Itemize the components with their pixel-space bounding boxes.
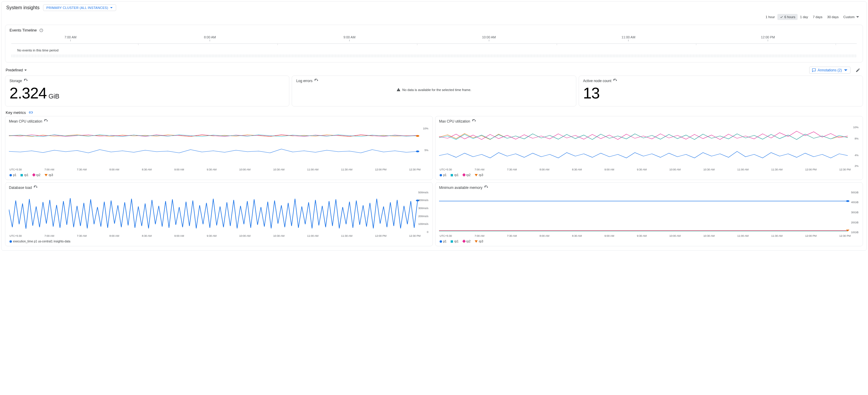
- key-metrics-title: Key metrics: [6, 110, 26, 115]
- active-nodes-card: Active node count 13: [579, 76, 863, 107]
- chart-plot[interactable]: 50GiB 40GiB 30GiB 20GiB 10GiB: [439, 192, 859, 233]
- active-nodes-label: Active node count: [583, 79, 611, 83]
- x-tick: 10:00 AM: [669, 234, 681, 237]
- legend-item[interactable]: p1: [9, 173, 16, 177]
- link-icon[interactable]: [28, 110, 33, 115]
- time-range-1day[interactable]: 1 day: [798, 14, 810, 20]
- legend-item[interactable]: rp2: [463, 173, 470, 177]
- chart-title: Minimum available memory: [439, 186, 483, 190]
- x-axis: UTC+5:30 7:00 AM7:30 AM8:00 AM8:30 AM9:0…: [9, 233, 429, 237]
- predefined-dropdown[interactable]: Predefined: [6, 68, 27, 72]
- y-tick: 0: [427, 230, 428, 233]
- x-tick: 9:30 AM: [637, 168, 647, 171]
- check-icon: [780, 15, 783, 19]
- legend-item[interactable]: rp2: [33, 173, 40, 177]
- y-tick: 50GiB: [851, 191, 859, 194]
- help-icon[interactable]: ?: [39, 28, 43, 32]
- storage-label: Storage: [9, 79, 22, 83]
- y-tick: 40GiB: [851, 201, 859, 204]
- y-tick: 30GiB: [851, 211, 859, 214]
- x-tick: 10:30 AM: [704, 234, 715, 237]
- x-tick: 7:30 AM: [507, 168, 517, 171]
- chart-legend: p1 rp1 rp2 rp3: [439, 237, 859, 244]
- time-range-6hours[interactable]: 6 hours: [777, 14, 798, 20]
- timeline-tick-label: 9:00 AM: [343, 35, 355, 39]
- x-tick: 11:30 AM: [771, 234, 782, 237]
- refresh-icon[interactable]: [472, 119, 476, 123]
- chart-plot[interactable]: 10% 8% 4% 2%: [439, 125, 859, 167]
- legend-item[interactable]: rp3: [475, 240, 483, 243]
- log-errors-label: Log errors: [296, 79, 312, 83]
- legend-item[interactable]: rp1: [21, 173, 28, 177]
- y-tick: 2%: [855, 165, 859, 167]
- time-range-30days[interactable]: 30 days: [825, 14, 841, 20]
- x-tick: 8:00 AM: [109, 168, 119, 171]
- time-range-7days[interactable]: 7 days: [810, 14, 825, 20]
- edit-button[interactable]: [854, 68, 862, 73]
- min-memory-chart: Minimum available memory 50GiB 40GiB 30G…: [435, 182, 863, 246]
- legend-item[interactable]: execution_time p1 us-central1 insights-d…: [9, 240, 70, 243]
- y-tick: 100ms/s: [418, 223, 428, 225]
- tz-label: UTC+5:30: [440, 234, 452, 237]
- cluster-selector[interactable]: PRIMARY CLUSTER (ALL INSTANCES): [43, 4, 116, 11]
- events-timeline-card: Events Timeline ? 7:00 AM 8:00 AM 9:00 A…: [5, 25, 863, 62]
- chart-legend: execution_time p1 us-central1 insights-d…: [9, 237, 429, 244]
- x-tick: 12:00 PM: [375, 234, 387, 237]
- annotation-icon: [812, 68, 816, 72]
- annotations-button[interactable]: Annotations (2): [809, 67, 850, 74]
- timeline-track: [11, 54, 857, 57]
- x-axis: UTC+5:30 7:00 AM7:30 AM8:00 AM8:30 AM9:0…: [439, 233, 859, 237]
- x-tick: 8:30 AM: [572, 168, 582, 171]
- refresh-icon[interactable]: [34, 186, 38, 190]
- refresh-icon[interactable]: [44, 119, 48, 123]
- x-tick: 7:30 AM: [77, 168, 87, 171]
- refresh-icon[interactable]: [613, 79, 617, 83]
- mean-cpu-chart: Mean CPU utilization 10% 5% UTC+5:30 7:0…: [5, 116, 433, 180]
- tz-label: UTC+5:30: [9, 234, 22, 237]
- tz-label: UTC+5:30: [9, 168, 22, 171]
- log-errors-card: Log errors No data is available for the …: [292, 76, 576, 107]
- chart-plot[interactable]: 10% 5%: [9, 125, 429, 167]
- x-tick: 11:00 AM: [737, 168, 749, 171]
- x-tick: 8:00 AM: [539, 168, 549, 171]
- database-load-chart: Database load 500ms/s 400ms/s 300ms/s 20…: [5, 182, 433, 246]
- time-range-1hour[interactable]: 1 hour: [763, 14, 777, 20]
- legend-item[interactable]: p1: [440, 240, 446, 243]
- x-tick: 9:30 AM: [637, 234, 647, 237]
- refresh-icon[interactable]: [484, 186, 488, 190]
- y-tick: 10GiB: [851, 231, 859, 234]
- x-tick: 8:00 AM: [539, 234, 549, 237]
- warning-icon: [397, 88, 400, 92]
- x-tick: 12:30 PM: [409, 234, 421, 237]
- timeline-tick-label: 7:00 AM: [64, 35, 76, 39]
- time-range-6hours-label: 6 hours: [784, 15, 796, 19]
- x-tick: 9:00 AM: [174, 234, 184, 237]
- refresh-icon[interactable]: [314, 79, 318, 83]
- legend-item[interactable]: rp3: [475, 173, 483, 177]
- svg-point-3: [416, 150, 419, 152]
- y-tick: 10%: [853, 126, 859, 129]
- chevron-down-icon: [844, 68, 848, 72]
- legend-item[interactable]: rp3: [44, 173, 53, 177]
- timeline-tick-label: 12:00 PM: [761, 35, 775, 39]
- refresh-icon[interactable]: [24, 79, 28, 83]
- events-empty-message: No events in this time period: [9, 46, 859, 53]
- legend-item[interactable]: rp2: [463, 240, 470, 243]
- pencil-icon: [856, 68, 860, 73]
- x-tick: 11:00 AM: [307, 234, 318, 237]
- legend-item[interactable]: p1: [440, 173, 446, 177]
- time-range-custom[interactable]: Custom: [841, 14, 862, 20]
- chart-plot[interactable]: 500ms/s 400ms/s 300ms/s 200ms/s 100ms/s …: [9, 192, 429, 233]
- max-cpu-chart: Max CPU utilization 10% 8% 4% 2% UTC+5:3…: [435, 116, 863, 180]
- timeline-axis: 7:00 AM 8:00 AM 9:00 AM 10:00 AM 11:00 A…: [11, 35, 857, 44]
- x-tick: 9:00 AM: [174, 168, 184, 171]
- x-tick: 7:00 AM: [475, 168, 485, 171]
- svg-text:?: ?: [41, 29, 42, 31]
- x-tick: 7:00 AM: [44, 234, 54, 237]
- x-tick: 10:30 AM: [273, 168, 285, 171]
- x-tick: 10:00 AM: [239, 168, 250, 171]
- legend-item[interactable]: rp1: [451, 240, 458, 243]
- x-tick: 7:00 AM: [44, 168, 54, 171]
- legend-item[interactable]: rp1: [451, 173, 458, 177]
- x-tick: 8:30 AM: [572, 234, 582, 237]
